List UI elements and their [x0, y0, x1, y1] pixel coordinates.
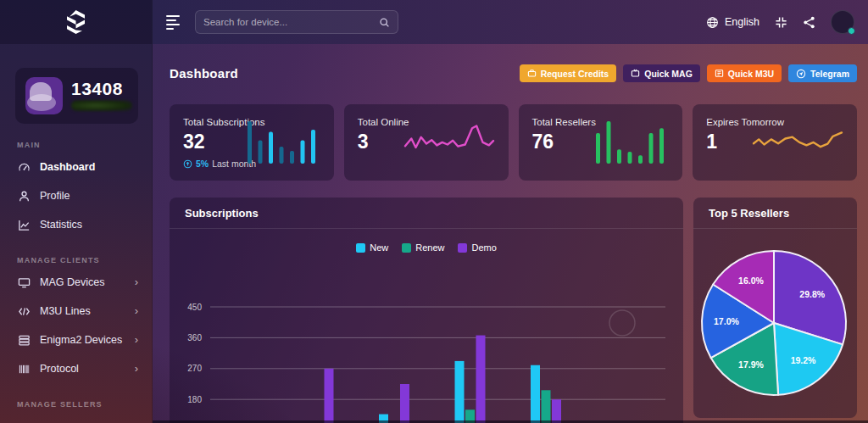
sidebar-item-mag-devices[interactable]: MAG Devices ›	[0, 268, 152, 297]
sidebar-item-label: Statistics	[40, 219, 82, 231]
sidebar-item-statistics[interactable]: Statistics	[0, 210, 152, 239]
legend-item[interactable]: New	[356, 242, 388, 253]
sidebar-item-dashboard[interactable]: Dashboard	[0, 153, 152, 181]
briefcase-icon	[527, 69, 537, 78]
svg-text:16.0%: 16.0%	[738, 276, 764, 286]
user-card[interactable]: 13408	[15, 68, 138, 124]
playlist-icon	[715, 69, 724, 78]
app-logo-icon[interactable]	[64, 9, 87, 35]
fullscreen-icon[interactable]	[775, 16, 787, 29]
top-resellers-panel-title: Top 5 Resellers	[693, 198, 857, 229]
user-icon	[17, 189, 31, 203]
server-icon	[17, 333, 31, 347]
top-resellers-pie-chart[interactable]: 29.8%19.2%17.9%17.0%16.0%	[693, 229, 857, 418]
search-box	[195, 10, 398, 34]
sidebar-item-label: MAG Devices	[40, 276, 104, 288]
chevron-right-icon: ›	[135, 365, 138, 373]
subscriptions-panel-title: Subscriptions	[170, 198, 683, 229]
stat-card-total-subscriptions[interactable]: Total Subscriptions 32 5% Last month	[170, 104, 334, 181]
gauge-icon	[17, 160, 31, 174]
sidebar-item-m3u-lines[interactable]: M3U Lines ›	[0, 297, 152, 326]
language-label: English	[725, 16, 760, 28]
subscriptions-panel: Subscriptions NewRenewDemo 0901802703604…	[170, 198, 683, 423]
code-icon	[17, 304, 31, 318]
sidebar: 13408 MAIN Dashboard Profile Statistics …	[0, 0, 153, 423]
share-icon[interactable]	[803, 16, 815, 29]
chart-icon	[17, 218, 31, 231]
subscriptions-bar-chart[interactable]: 090180270360450	[170, 253, 676, 423]
sidebar-item-label: M3U Lines	[40, 305, 91, 317]
svg-text:360: 360	[187, 333, 202, 342]
stat-value: 76	[532, 131, 596, 153]
language-selector[interactable]: English	[706, 16, 760, 29]
online-status-dot	[848, 27, 855, 35]
chart-legend[interactable]: NewRenewDemo	[170, 242, 683, 253]
top-resellers-panel: Top 5 Resellers 29.8%19.2%17.9%17.0%16.0…	[693, 198, 857, 418]
user-avatar-menu[interactable]	[831, 10, 854, 34]
svg-text:29.8%: 29.8%	[799, 289, 825, 299]
sidebar-item-label: Enigma2 Devices	[40, 334, 122, 346]
page-title: Dashboard	[170, 66, 238, 81]
svg-text:450: 450	[187, 303, 202, 312]
stat-card-expires-tomorrow[interactable]: Expires Tomorrow 1	[693, 104, 857, 181]
telegram-icon	[796, 69, 806, 79]
nav-section-manage-sellers: MANAGE SELLERS	[17, 400, 152, 409]
svg-text:17.9%: 17.9%	[738, 359, 764, 370]
telegram-button[interactable]: Telegram	[788, 64, 857, 82]
svg-text:180: 180	[187, 395, 202, 404]
sidebar-item-enigma2-devices[interactable]: Enigma2 Devices ›	[0, 326, 152, 354]
request-credits-button[interactable]: Request Credits	[520, 64, 617, 82]
nav-section-manage-clients: MANAGE CLIENTS	[17, 256, 152, 264]
monitor-icon	[17, 276, 31, 289]
svg-text:17.0%: 17.0%	[714, 316, 739, 326]
globe-icon	[706, 16, 719, 29]
chevron-right-icon: ›	[135, 336, 138, 344]
sidebar-item-protocol[interactable]: Protocol ›	[0, 354, 152, 383]
legend-item[interactable]: Renew	[402, 242, 444, 253]
sidebar-item-label: Dashboard	[40, 161, 95, 173]
barcode-icon	[17, 362, 31, 376]
svg-text:270: 270	[187, 364, 202, 373]
quick-mag-button[interactable]: Quick MAG	[623, 64, 700, 82]
trend-up-icon	[183, 159, 192, 169]
svg-text:19.2%: 19.2%	[791, 355, 816, 365]
tv-icon	[631, 69, 640, 78]
quick-m3u-button[interactable]: Quick M3U	[707, 64, 782, 82]
search-icon[interactable]	[379, 17, 390, 28]
mini-bar-chart	[244, 120, 322, 169]
chevron-right-icon: ›	[135, 278, 138, 287]
stat-card-total-online[interactable]: Total Online 3	[344, 104, 509, 181]
main-content: Dashboard Request Credits Quick MAG Quic…	[153, 44, 868, 423]
sidebar-item-label: Profile	[40, 190, 70, 202]
menu-toggle-icon[interactable]	[166, 15, 183, 30]
topbar: English	[153, 0, 868, 44]
mini-line-chart	[750, 120, 845, 167]
mini-bar-chart	[593, 120, 670, 169]
stat-card-total-resellers[interactable]: Total Resellers 76	[519, 104, 683, 181]
chevron-right-icon: ›	[135, 307, 138, 315]
nav-section-main: MAIN	[17, 141, 152, 149]
sidebar-item-label: Protocol	[40, 363, 79, 375]
user-avatar	[25, 77, 63, 114]
legend-item[interactable]: Demo	[458, 242, 496, 253]
stat-title: Total Resellers	[532, 117, 596, 127]
user-name-redacted	[71, 100, 132, 111]
mini-line-chart	[402, 120, 497, 167]
user-id: 13408	[71, 81, 132, 97]
sidebar-header	[0, 0, 152, 44]
sidebar-item-profile[interactable]: Profile	[0, 181, 152, 210]
search-input[interactable]	[203, 17, 372, 27]
